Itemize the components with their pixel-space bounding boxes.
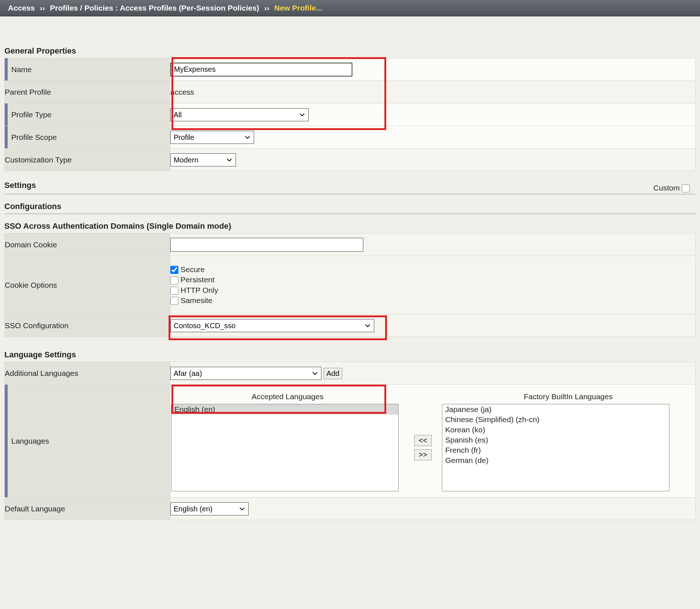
httponly-option[interactable]: HTTP Only bbox=[170, 285, 695, 295]
persistent-checkbox[interactable] bbox=[170, 276, 178, 284]
language-settings-heading: Language Settings bbox=[4, 348, 696, 362]
add-language-button[interactable]: Add bbox=[324, 368, 343, 379]
profile-type-select[interactable]: All bbox=[170, 108, 309, 121]
general-properties-table: Name Parent Profile access Profile Type … bbox=[4, 58, 696, 171]
customization-type-label: Customization Type bbox=[5, 149, 170, 171]
list-item[interactable]: Spanish (es) bbox=[442, 435, 669, 445]
default-language-select[interactable]: English (en) bbox=[170, 502, 249, 515]
sso-domains-table: Domain Cookie Cookie Options Secure Pers… bbox=[4, 233, 696, 337]
list-item[interactable]: German (de) bbox=[442, 455, 669, 465]
language-settings-table: Additional Languages Afar (aa) Add Langu… bbox=[4, 362, 696, 520]
breadcrumb-current: New Profile... bbox=[274, 4, 323, 12]
custom-checkbox-label[interactable]: Custom bbox=[653, 184, 692, 192]
additional-languages-label: Additional Languages bbox=[5, 362, 170, 385]
default-language-label: Default Language bbox=[5, 498, 170, 520]
accepted-languages-header: Accepted Languages bbox=[171, 391, 404, 403]
name-input[interactable] bbox=[170, 63, 352, 76]
breadcrumb-root[interactable]: Access bbox=[8, 4, 35, 12]
customization-type-select[interactable]: Modern bbox=[170, 153, 236, 166]
sso-configuration-label: SSO Configuration bbox=[5, 314, 170, 337]
general-properties-heading: General Properties bbox=[4, 44, 696, 58]
factory-languages-listbox[interactable]: Japanese (ja) Chinese (Simplified) (zh-c… bbox=[442, 404, 669, 491]
additional-languages-select[interactable]: Afar (aa) bbox=[170, 367, 321, 380]
samesite-option[interactable]: Samesite bbox=[170, 295, 695, 306]
settings-heading: Settings bbox=[4, 178, 36, 192]
sso-domains-heading: SSO Across Authentication Domains (Singl… bbox=[4, 219, 696, 233]
samesite-checkbox[interactable] bbox=[170, 297, 178, 305]
breadcrumb-sep-icon: ›› bbox=[264, 4, 269, 12]
factory-languages-header: Factory BuiltIn Languages bbox=[442, 391, 695, 403]
list-item[interactable]: Japanese (ja) bbox=[442, 404, 669, 414]
httponly-checkbox[interactable] bbox=[170, 287, 178, 295]
name-label: Name bbox=[5, 58, 170, 81]
parent-profile-label: Parent Profile bbox=[5, 81, 170, 103]
list-item[interactable]: Korean (ko) bbox=[442, 425, 669, 435]
parent-profile-value: access bbox=[170, 88, 194, 96]
domain-cookie-input[interactable] bbox=[170, 238, 363, 252]
breadcrumb-section[interactable]: Profiles / Policies : Access Profiles (P… bbox=[50, 4, 259, 12]
breadcrumb-sep-icon: ›› bbox=[40, 4, 45, 12]
list-item[interactable]: English (en) bbox=[171, 404, 398, 414]
move-left-button[interactable]: << bbox=[414, 435, 432, 446]
configurations-heading: Configurations bbox=[4, 200, 696, 214]
list-item[interactable]: Chinese (Simplified) (zh-cn) bbox=[442, 414, 669, 425]
secure-checkbox[interactable] bbox=[170, 266, 178, 274]
move-right-button[interactable]: >> bbox=[414, 449, 432, 460]
profile-scope-label: Profile Scope bbox=[5, 126, 170, 149]
custom-checkbox[interactable] bbox=[682, 184, 690, 192]
accepted-languages-listbox[interactable]: English (en) bbox=[171, 404, 399, 491]
breadcrumb: Access ›› Profiles / Policies : Access P… bbox=[0, 0, 700, 16]
sso-configuration-select[interactable]: Contoso_KCD_sso bbox=[170, 319, 374, 332]
profile-type-label: Profile Type bbox=[5, 103, 170, 126]
domain-cookie-label: Domain Cookie bbox=[5, 233, 170, 256]
persistent-option[interactable]: Persistent bbox=[170, 275, 695, 285]
profile-scope-select[interactable]: Profile bbox=[170, 131, 254, 144]
secure-option[interactable]: Secure bbox=[170, 264, 695, 275]
languages-label: Languages bbox=[5, 385, 170, 498]
list-item[interactable]: French (fr) bbox=[442, 445, 669, 455]
cookie-options-label: Cookie Options bbox=[5, 256, 170, 314]
